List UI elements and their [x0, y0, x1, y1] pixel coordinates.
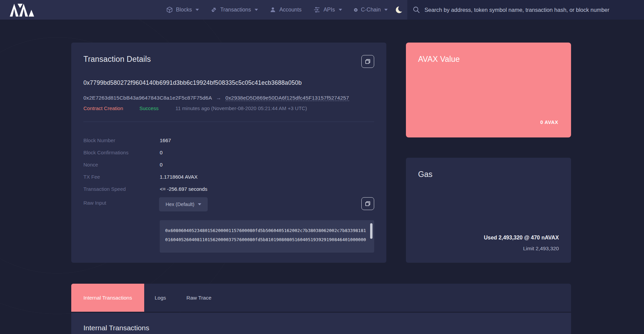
chevron-down-icon: [255, 9, 258, 11]
chain-dot-icon: [354, 8, 358, 12]
card-title: Transaction Details: [83, 55, 151, 64]
chevron-down-icon: [196, 9, 199, 11]
tab-label: Raw Trace: [186, 295, 211, 301]
nav-item-label: Accounts: [279, 7, 302, 13]
nav-item-blocks[interactable]: Blocks: [166, 6, 199, 13]
raw-hex-line: 0x60806040523480156200001157600080fd5b50…: [165, 226, 365, 235]
avalanche-logo[interactable]: [9, 3, 35, 17]
to-address-link[interactable]: 0x2938eD5D869e50DA6f125dfc45F13157f52742…: [226, 95, 349, 101]
transaction-status-row: Contract Creation Success 11 minutes ago…: [83, 105, 307, 111]
cube-icon: [166, 6, 173, 13]
status-badge: Success: [139, 105, 159, 111]
from-address: 0x2E7263d815CbB43a9647843C8a1e2F5c87F75d…: [83, 95, 212, 101]
moon-icon: [395, 5, 404, 14]
section-heading: Internal Transactions: [83, 324, 149, 332]
tab-raw-trace[interactable]: Raw Trace: [186, 284, 211, 312]
search-input[interactable]: [424, 7, 641, 13]
encoding-selector-label: Hex (Default): [165, 202, 194, 207]
encoding-selector-button[interactable]: Hex (Default): [159, 197, 208, 211]
search-icon: [413, 6, 420, 14]
transaction-tabs-bar: Internal Transactions Logs Raw Trace: [71, 284, 571, 312]
swap-arrows-icon: [210, 6, 217, 13]
field-label-block-number: Block Number: [83, 137, 115, 143]
field-value-tx-fee: 1.1718604 AVAX: [160, 174, 198, 180]
vertical-scrollbar-thumb[interactable]: [370, 223, 372, 239]
internal-transactions-section: Internal Transactions: [71, 313, 571, 334]
nav-item-apis[interactable]: APIs: [313, 6, 342, 13]
search-bar: [407, 0, 644, 20]
chevron-down-icon: [339, 9, 342, 11]
person-icon: [269, 6, 276, 13]
transaction-type: Contract Creation: [83, 105, 123, 111]
nav-item-c-chain[interactable]: C-Chain: [354, 7, 388, 13]
transaction-timestamp: 11 minutes ago (November-08-2020 05:21:4…: [176, 105, 307, 111]
raw-input-hex-data[interactable]: 0x60806040523480156200001157600080fd5b50…: [160, 220, 374, 253]
api-lines-icon: [313, 6, 320, 13]
nav-item-label: Transactions: [220, 7, 251, 13]
arrow-right-icon: →: [216, 95, 221, 101]
avax-value-title: AVAX Value: [418, 55, 460, 64]
gas-used-value: Used 2,493,320 @ 470 nAVAX: [484, 235, 559, 241]
field-label-transaction-speed: Transaction Speed: [83, 186, 126, 192]
nav-item-transactions[interactable]: Transactions: [210, 6, 258, 13]
chevron-down-icon: [384, 9, 388, 11]
field-value-block-number: 1667: [160, 137, 171, 143]
transaction-details-card: Transaction Details 0x7799bd580272f96041…: [71, 43, 386, 263]
avax-value-amount: 0 AVAX: [540, 120, 558, 125]
field-value-nonce: 0: [160, 162, 162, 168]
copy-icon: [365, 201, 371, 207]
avax-value-card: AVAX Value 0 AVAX: [406, 43, 571, 137]
top-navbar: Blocks Transactions Accounts: [0, 0, 644, 20]
tab-label: Internal Transactions: [83, 295, 132, 301]
field-value-block-confirmations: 0: [160, 150, 162, 155]
field-value-transaction-speed: <= -256.697 seconds: [160, 186, 207, 192]
nav-item-label: C-Chain: [361, 7, 381, 13]
tab-logs[interactable]: Logs: [155, 284, 166, 312]
dark-mode-toggle[interactable]: [393, 0, 406, 20]
divider: [83, 122, 374, 122]
field-label-block-confirmations: Block Confirmations: [83, 150, 128, 155]
field-label-raw-input: Raw Input: [83, 200, 106, 206]
copy-icon: [365, 58, 371, 65]
transaction-route: 0x2E7263d815CbB43a9647843C8a1e2F5c87F75d…: [83, 95, 349, 101]
transaction-hash: 0x7799bd580272f9604140b6991d3bb6c19924bf…: [83, 79, 302, 86]
copy-raw-input-button[interactable]: [361, 197, 374, 210]
chevron-down-icon: [198, 203, 201, 205]
tab-internal-transactions[interactable]: Internal Transactions: [71, 284, 144, 312]
tab-label: Logs: [155, 295, 166, 301]
gas-card: Gas Used 2,493,320 @ 470 nAVAX Limit 2,4…: [406, 158, 571, 263]
copy-transaction-button[interactable]: [361, 55, 374, 68]
nav-menu: Blocks Transactions Accounts: [166, 0, 388, 20]
nav-item-label: Blocks: [176, 7, 192, 13]
field-label-tx-fee: TX Fee: [83, 174, 100, 180]
raw-hex-line: 0160405260408110156200003757600080fd5b81…: [165, 235, 365, 244]
gas-limit-value: Limit 2,493,320: [523, 246, 559, 252]
gas-title: Gas: [418, 170, 433, 179]
nav-item-label: APIs: [324, 7, 335, 13]
field-label-nonce: Nonce: [83, 162, 98, 168]
nav-item-accounts[interactable]: Accounts: [269, 6, 302, 13]
